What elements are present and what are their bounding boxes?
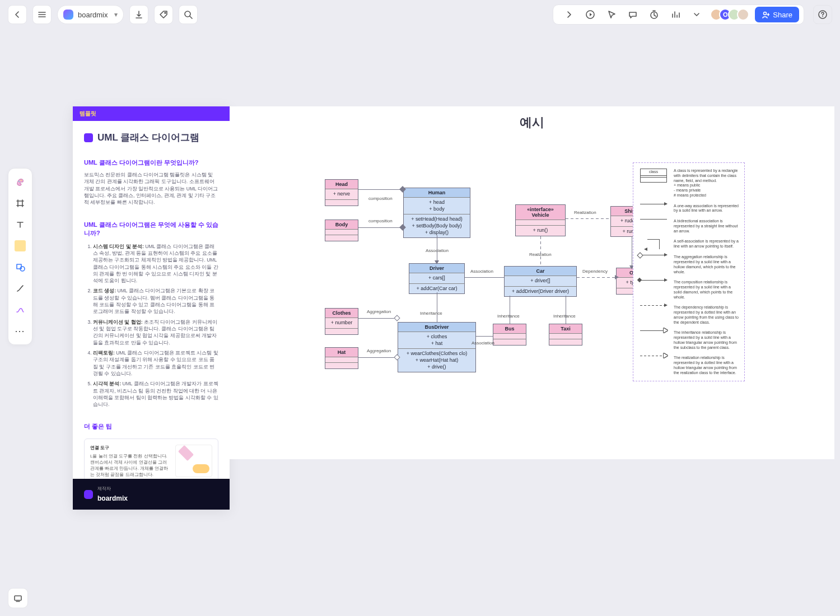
class-driver[interactable]: Driver + cars[] + addCar(Car car) (409, 263, 465, 294)
connector[interactable] (437, 292, 437, 322)
back-button[interactable] (8, 5, 27, 24)
frame-icon (15, 198, 25, 208)
tool-curve[interactable] (11, 301, 29, 319)
tool-more[interactable]: ⋯ (11, 322, 29, 340)
arrowhead-right-icon (615, 275, 619, 279)
connector[interactable] (632, 236, 632, 268)
arrowhead-down-icon (435, 260, 439, 264)
download-button[interactable] (129, 5, 148, 24)
timer-button[interactable] (646, 7, 662, 22)
legend-realization-icon (640, 356, 667, 356)
legend-dep: The dependency relationship is represent… (674, 305, 739, 325)
svg-rect-10 (15, 596, 21, 600)
tool-shapes[interactable] (11, 173, 29, 191)
connector[interactable] (358, 357, 398, 358)
avatar[interactable] (737, 8, 749, 21)
boardmix-logo-icon (84, 490, 93, 499)
class-human[interactable]: Human + head + body + setHead(Head head)… (403, 188, 470, 238)
label-aggregation2: Aggregation (367, 348, 391, 353)
boardmix-logo-icon (63, 10, 73, 20)
svg-point-4 (764, 12, 767, 15)
user-plus-icon (762, 11, 769, 18)
connector[interactable] (476, 336, 493, 337)
label-inheritance2: Inheritance (497, 314, 520, 319)
connector[interactable] (510, 296, 510, 324)
legend-card[interactable]: class A class is represented by a rectan… (633, 162, 745, 381)
class-hat[interactable]: Hat (325, 347, 358, 369)
file-chip[interactable]: boardmix ▾ (57, 5, 124, 24)
help-button[interactable] (813, 5, 832, 24)
legend-aggregation-icon (640, 255, 667, 255)
text-icon (15, 220, 25, 230)
expand-button[interactable] (561, 7, 577, 22)
info-footer-label: 제작자 (97, 486, 128, 492)
comment-icon (628, 10, 638, 20)
legend-self: A self-association is represented by a l… (674, 239, 739, 249)
more-top-button[interactable] (689, 7, 704, 22)
tip-body: L을 눌러 연결 도구를 전환 선택합니다. 캔버스에서 객체 사이에 연결선을… (90, 453, 171, 478)
timer-icon (649, 10, 659, 20)
label-realization2: Realization (529, 252, 552, 257)
label-realization1: Realization (574, 210, 596, 215)
info-footer: 제작자 boardmix (73, 479, 230, 510)
class-taxi[interactable]: Taxi (549, 324, 582, 346)
connector[interactable] (358, 227, 403, 228)
class-clothes[interactable]: Clothes + number (325, 308, 358, 335)
tool-shape[interactable] (11, 258, 29, 276)
canvas[interactable]: 템플릿 UML 클래스 다이어그램 UML 클래스 다이어그램이란 무엇입니까?… (0, 0, 840, 616)
chevron-right-icon (564, 10, 574, 20)
legend-inh: The inheritance relationship is represen… (674, 330, 739, 350)
connector-dashed[interactable] (566, 218, 610, 219)
info-panel-bullet-icon (84, 133, 93, 142)
tip-thumbnail-icon (175, 445, 212, 477)
connector[interactable] (465, 277, 504, 278)
pages-button[interactable] (8, 588, 28, 608)
class-car[interactable]: Car + driver[] + addDriver(Driver driver… (504, 266, 577, 297)
right-cluster: O Share (553, 4, 804, 25)
label-association2: Association (470, 269, 493, 274)
chevron-left-icon (12, 10, 22, 20)
connector[interactable] (358, 318, 398, 319)
legend-class-desc: A class is represented by a rectangle wi… (674, 169, 739, 198)
info-panel: 템플릿 UML 클래스 다이어그램 UML 클래스 다이어그램이란 무엇입니까?… (73, 106, 230, 510)
search-button[interactable] (179, 5, 198, 24)
search-icon (183, 10, 193, 20)
tag-button[interactable] (154, 5, 173, 24)
slides-icon (13, 593, 23, 603)
chart-icon (670, 10, 680, 20)
tool-text[interactable] (11, 216, 29, 234)
tool-frame[interactable] (11, 194, 29, 212)
legend-comp: The composition relationship is represen… (674, 280, 739, 300)
class-vehicle[interactable]: «interface» Vehicle + run() (515, 204, 566, 236)
chart-button[interactable] (668, 7, 683, 22)
tool-connector[interactable] (11, 279, 29, 297)
class-head[interactable]: Head + nerve (325, 179, 358, 206)
menu-button[interactable] (32, 5, 52, 24)
connector-dashed[interactable] (540, 236, 541, 266)
connector[interactable] (358, 189, 403, 190)
info-q1-title: UML 클래스 다이어그램이란 무엇입니까? (84, 158, 218, 167)
class-body[interactable]: Body (325, 220, 358, 241)
svg-point-7 (21, 180, 22, 181)
connector[interactable] (566, 296, 566, 324)
tool-sticky[interactable] (15, 240, 26, 251)
legend-self-icon (647, 239, 660, 249)
info-q2-title: UML 클래스 다이어그램은 무엇에 사용할 수 있습니까? (84, 221, 218, 237)
class-busdriver[interactable]: BusDriver + clothes + hat + wearClothes(… (398, 322, 476, 372)
label-inheritance3: Inheritance (553, 314, 576, 319)
info-footer-brand: boardmix (97, 494, 128, 502)
play-button[interactable] (582, 7, 598, 22)
connector-dashed[interactable] (577, 277, 616, 278)
legend-oneway-icon (640, 204, 667, 204)
comment-button[interactable] (625, 7, 641, 22)
cursor-button[interactable] (604, 7, 619, 22)
label-composition2: composition (368, 218, 393, 223)
info-panel-title-row: UML 클래스 다이어그램 (84, 131, 218, 144)
play-circle-icon (585, 10, 595, 20)
presence-avatars[interactable]: O (710, 8, 749, 21)
share-button[interactable]: Share (755, 7, 799, 22)
legend-oneway: A one-way association is represented by … (674, 204, 739, 214)
class-bus[interactable]: Bus (493, 324, 526, 346)
legend-inheritance-icon (640, 330, 667, 331)
palette-icon (15, 177, 25, 187)
